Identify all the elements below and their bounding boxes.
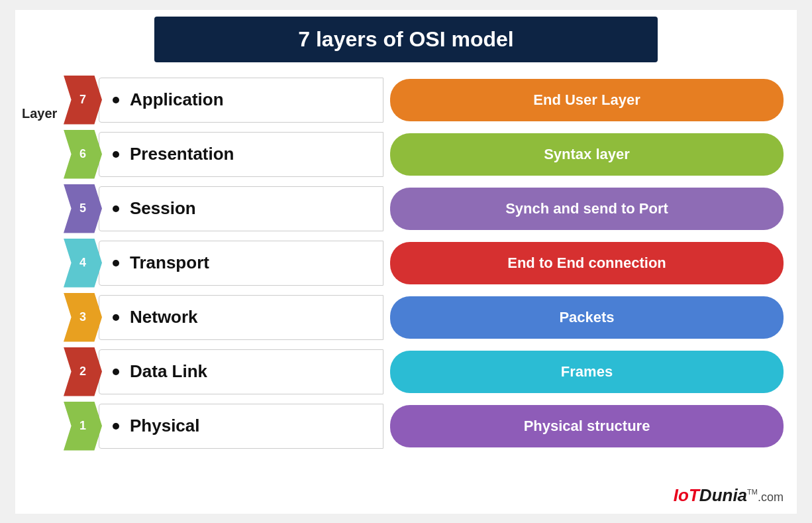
- page-title: 7 layers of OSI model: [174, 27, 638, 52]
- layer-row-3: 3NetworkPackets: [62, 292, 784, 343]
- bullet-icon: [113, 97, 119, 103]
- logo-dotcom: .com: [758, 491, 784, 504]
- layer-name-4: Transport: [99, 241, 383, 286]
- layer-name-5: Session: [99, 186, 383, 231]
- layer-desc-2: Frames: [390, 351, 784, 393]
- bullet-icon: [113, 369, 119, 375]
- layer-number-2: 2: [64, 347, 102, 396]
- bullet-icon: [113, 260, 119, 266]
- layer-row-1: 1PhysicalPhysical structure: [62, 400, 784, 452]
- layer-name-text-1: Physical: [130, 416, 200, 436]
- layer-row-6: 6PresentationSyntax layer: [62, 129, 784, 180]
- logo: IoTDuniaTM.com: [674, 485, 784, 506]
- layer-number-6: 6: [64, 130, 102, 179]
- bullet-icon: [113, 205, 119, 212]
- layer-number-4: 4: [64, 239, 102, 288]
- bullet-icon: [113, 423, 119, 430]
- layer-row-5: 5SessionSynch and send to Port: [62, 183, 784, 235]
- layer-number-1: 1: [64, 402, 102, 451]
- layer-name-text-5: Session: [130, 198, 196, 219]
- layer-desc-7: End User Layer: [390, 79, 784, 121]
- logo-tm: TM: [747, 488, 758, 496]
- layer-name-7: Application: [99, 78, 383, 123]
- layer-desc-4: End to End connection: [390, 242, 784, 284]
- layer-number-5: 5: [64, 184, 102, 233]
- layer-arrow-2: 2: [62, 346, 104, 398]
- layer-name-text-3: Network: [130, 307, 198, 327]
- layers-wrapper: 7ApplicationEnd User Layer6PresentationS…: [28, 74, 784, 452]
- layer-desc-1: Physical structure: [390, 405, 784, 447]
- layer-desc-3: Packets: [390, 296, 784, 339]
- layer-name-text-7: Application: [130, 89, 224, 110]
- logo-iot: IoT: [674, 485, 699, 505]
- layer-arrow-6: 6: [62, 129, 104, 180]
- layer-arrow-3: 3: [62, 292, 104, 343]
- layer-arrow-1: 1: [62, 400, 104, 452]
- bullet-icon: [113, 314, 119, 321]
- main-container: 7 layers of OSI model Layer 7Application…: [15, 10, 797, 514]
- layer-number-7: 7: [64, 76, 102, 125]
- layer-arrow-7: 7: [62, 74, 104, 126]
- layer-name-text-4: Transport: [130, 253, 209, 273]
- layer-name-6: Presentation: [99, 132, 383, 177]
- layer-arrow-4: 4: [62, 237, 104, 289]
- layer-column-label: Layer: [22, 106, 57, 121]
- logo-dunia: Dunia: [699, 485, 747, 505]
- layer-name-2: Data Link: [99, 349, 383, 394]
- layer-name-text-2: Data Link: [130, 361, 207, 382]
- layer-number-3: 3: [64, 293, 102, 342]
- layer-row-7: 7ApplicationEnd User Layer: [62, 74, 784, 126]
- layer-name-3: Network: [99, 295, 383, 340]
- layer-row-2: 2Data LinkFrames: [62, 346, 784, 398]
- title-box: 7 layers of OSI model: [154, 17, 658, 62]
- bullet-icon: [113, 151, 119, 158]
- layer-name-1: Physical: [99, 404, 383, 449]
- layer-row-4: 4TransportEnd to End connection: [62, 237, 784, 289]
- layer-arrow-5: 5: [62, 183, 104, 235]
- layer-name-text-6: Presentation: [130, 144, 234, 164]
- layer-desc-6: Syntax layer: [390, 133, 784, 176]
- layer-desc-5: Synch and send to Port: [390, 188, 784, 230]
